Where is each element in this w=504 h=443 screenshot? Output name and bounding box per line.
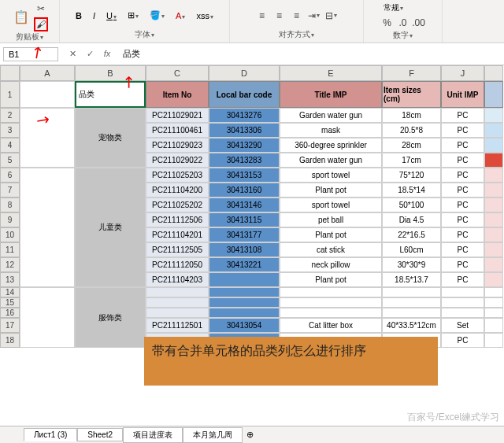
cell[interactable]: PC [441,153,484,168]
cell-category-child[interactable]: 儿童类 [75,168,146,287]
cell[interactable]: PC [441,123,484,138]
cell[interactable]: 22*16.5 [382,227,441,242]
col-header-F[interactable]: F [382,65,441,81]
cell[interactable] [280,297,382,308]
cell-B1[interactable]: 品类 [75,81,146,108]
cell[interactable]: PC [441,227,484,242]
cell[interactable] [484,318,503,333]
col-header-last[interactable] [484,65,503,81]
merge-icon[interactable]: ⊟ [324,9,339,23]
cell[interactable]: mask [280,123,382,138]
font-color-button[interactable]: A [172,10,188,21]
row-header[interactable]: 1 [0,81,20,108]
format-painter-icon[interactable]: 🖌 [34,17,48,31]
fill-color-button[interactable]: 🪣 [146,9,168,21]
cell[interactable]: PC211029023 [146,138,209,153]
row-header[interactable]: 14 [0,287,20,297]
cell[interactable]: 20.5*8 [382,123,441,138]
cell[interactable]: Plant pot [280,183,382,198]
cell[interactable]: 30413177 [209,227,280,242]
cell[interactable]: Garden water gun [280,108,382,123]
add-sheet-button[interactable]: ⊕ [243,430,257,440]
name-box[interactable]: B1 [3,47,58,61]
cell[interactable] [441,308,484,318]
cell[interactable]: pet ball [280,212,382,227]
table-header-last[interactable] [484,81,503,108]
cell[interactable] [382,308,441,318]
cell[interactable] [484,198,503,212]
cell[interactable] [382,287,441,297]
cell[interactable] [209,308,280,318]
sheet-tab[interactable]: Sheet2 [77,428,123,441]
cell[interactable] [146,308,209,318]
cell[interactable]: PC211112506 [146,212,209,227]
col-header-J[interactable]: J [441,65,484,81]
cell-A-merged[interactable] [20,287,75,348]
cell[interactable]: PC [441,183,484,198]
cell[interactable]: 30*30*9 [382,257,441,272]
row-header[interactable]: 3 [0,123,20,138]
table-header-itemno[interactable]: Item No [146,81,209,108]
cell[interactable]: 30413108 [209,242,280,257]
cell[interactable]: PC [441,257,484,272]
align-center-icon[interactable]: ≡ [272,9,287,23]
cell-category-apparel[interactable]: 服饰类 [75,287,146,348]
cell[interactable]: 17cm [382,153,441,168]
cell[interactable]: L60cm [382,242,441,257]
cell[interactable]: PC211112050 [146,257,209,272]
cell[interactable]: PC211025203 [146,168,209,183]
row-header[interactable]: 9 [0,212,20,227]
row-header[interactable]: 4 [0,138,20,153]
cell[interactable]: 18.5*13.7 [382,272,441,287]
cell[interactable]: 30413160 [209,183,280,198]
cell[interactable] [209,287,280,297]
table-header-unit[interactable]: Unit IMP [441,81,484,108]
table-header-title[interactable]: Title IMP [280,81,382,108]
cancel-icon[interactable]: ✕ [65,49,80,59]
cell-A-merged[interactable] [20,168,75,287]
row-header[interactable]: 13 [0,272,20,287]
cell[interactable] [280,308,382,318]
row-header[interactable]: 12 [0,257,20,272]
cell[interactable] [484,242,503,257]
cell[interactable] [484,212,503,227]
cell[interactable]: neck pillow [280,257,382,272]
sheet-tab[interactable]: Лист1 (3) [24,428,77,441]
row-header[interactable]: 10 [0,227,20,242]
cell[interactable]: PC [441,198,484,212]
italic-button[interactable]: I [90,10,98,21]
cell[interactable] [441,287,484,297]
cell[interactable]: cat stick [280,242,382,257]
table-header-barcode[interactable]: Local bar code [209,81,280,108]
indent-icon[interactable]: ⇥ [307,9,321,23]
cell[interactable]: PC211104203 [146,272,209,287]
cell[interactable] [484,183,503,198]
select-all-corner[interactable] [0,65,20,81]
cell[interactable] [484,257,503,272]
cell[interactable]: 30413221 [209,257,280,272]
row-header[interactable]: 17 [0,318,20,333]
cell[interactable] [146,297,209,308]
cell[interactable]: 40*33.5*12cm [382,318,441,333]
cell[interactable] [484,272,503,287]
formula-input[interactable]: 品类 [118,46,504,61]
cell[interactable] [209,297,280,308]
cell[interactable]: 28cm [382,138,441,153]
cell[interactable] [484,138,503,153]
cell[interactable]: PC211029021 [146,108,209,123]
cell[interactable]: PC211104201 [146,227,209,242]
cell[interactable]: Cat litter box [280,318,382,333]
cell[interactable]: sport towel [280,168,382,183]
cell[interactable]: PC [441,242,484,257]
number-format-select[interactable]: 常规 [380,2,406,14]
cell[interactable] [484,108,503,123]
cell[interactable]: PC [441,272,484,287]
cell[interactable]: 30413054 [209,318,280,333]
cell[interactable]: PC [441,108,484,123]
align-right-icon[interactable]: ≡ [290,9,304,23]
underline-button[interactable]: U [103,10,120,21]
bold-button[interactable]: B [72,10,85,21]
row-header[interactable]: 18 [0,333,20,348]
sheet-tab[interactable]: 项目进度表 [123,427,183,443]
cell[interactable]: Plant pot [280,272,382,287]
